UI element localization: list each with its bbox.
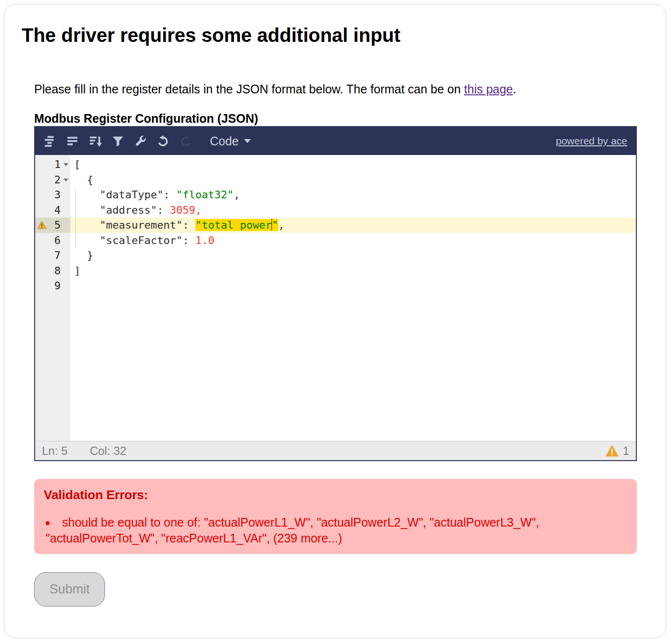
editor-statusbar: Ln: 5 Col: 32 1: [35, 441, 636, 460]
format-icon: [44, 135, 56, 147]
sort-button[interactable]: [89, 135, 102, 147]
code-editor-area[interactable]: 1[2 {3 "dataType": "float32",4 "address"…: [35, 155, 636, 441]
code-token: 1.0: [195, 234, 215, 246]
gutter-cell[interactable]: 9: [35, 278, 70, 294]
undo-icon: [157, 135, 169, 147]
code-line-text[interactable]: "measurement": "total power",: [70, 218, 636, 233]
validation-error-list: should be equal to one of: "actualPowerL…: [44, 515, 627, 546]
intro-text: Please fill in the register details in t…: [34, 82, 637, 97]
editor-line-5[interactable]: 5 "measurement": "total power",: [35, 218, 636, 233]
code-token: ": [272, 219, 278, 231]
status-col: Col: 32: [90, 444, 126, 458]
intro-text-after: .: [513, 82, 516, 96]
code-line-text[interactable]: [70, 278, 636, 294]
code-token: :: [163, 189, 176, 201]
transform-button[interactable]: [112, 135, 124, 147]
line-number: 6: [35, 233, 70, 248]
gutter-cell[interactable]: 6: [35, 233, 70, 248]
code-token: [74, 219, 100, 231]
transform-filter-icon: [112, 135, 124, 147]
gutter-cell[interactable]: 4: [35, 203, 70, 218]
editor-line-8[interactable]: 8]: [35, 263, 636, 279]
code-token: ]: [74, 265, 80, 277]
editor-line-9[interactable]: 9: [35, 278, 636, 294]
sort-icon: [89, 135, 102, 147]
gutter-cell[interactable]: 8: [35, 263, 70, 279]
editor-line-2[interactable]: 2 {: [35, 172, 636, 188]
line-number: 3: [35, 187, 70, 203]
content-area: Please fill in the register details in t…: [34, 82, 637, 606]
line-number: 9: [35, 278, 70, 294]
page-title: The driver requires some additional inpu…: [22, 24, 666, 47]
code-token: ,: [233, 189, 240, 201]
code-token: "address": [100, 204, 157, 216]
json-editor: Code powered by ace 1[2 {3 "dataType": "…: [34, 126, 637, 461]
code-line-text[interactable]: "address": 3059,: [70, 203, 636, 218]
code-token: :: [182, 234, 195, 246]
code-token: [74, 204, 100, 216]
editor-label: Modbus Register Configuration (JSON): [34, 112, 637, 125]
gutter-cell[interactable]: 7: [35, 248, 70, 263]
line-number: 4: [35, 203, 70, 218]
gutter-cell[interactable]: 1: [35, 157, 70, 172]
format-docs-link[interactable]: this page: [464, 82, 513, 96]
code-token: "float32": [176, 189, 233, 201]
code-token: "total power: [195, 219, 272, 231]
editor-line-3[interactable]: 3 "dataType": "float32",: [35, 187, 636, 203]
code-token: ,: [278, 219, 284, 231]
compact-icon: [66, 135, 79, 147]
warning-icon: [606, 445, 619, 457]
editor-line-1[interactable]: 1[: [35, 157, 636, 172]
intro-text-before: Please fill in the register details in t…: [34, 82, 464, 96]
code-token: "scaleFactor": [100, 234, 182, 246]
format-button[interactable]: [44, 135, 56, 147]
redo-button[interactable]: [180, 135, 192, 147]
status-line: Ln: 5: [42, 444, 67, 458]
code-line-text[interactable]: "dataType": "float32",: [70, 187, 636, 203]
validation-errors-box: Validation Errors: should be equal to on…: [34, 479, 637, 554]
code-token: "dataType": [100, 189, 163, 201]
compact-button[interactable]: [66, 135, 79, 147]
mode-label: Code: [210, 134, 239, 148]
code-line-text[interactable]: [: [70, 157, 636, 172]
code-token: [74, 234, 100, 246]
line-number: 8: [35, 263, 70, 279]
warning-count: 1: [623, 444, 629, 458]
code-token: :: [182, 219, 195, 231]
code-token: :: [157, 204, 170, 216]
fold-arrow-icon[interactable]: [64, 179, 68, 181]
chevron-down-icon: [244, 139, 251, 143]
gutter-warning-icon: [37, 220, 47, 230]
code-line-text[interactable]: }: [70, 248, 636, 263]
gutter-cell[interactable]: 3: [35, 187, 70, 203]
code-token: }: [74, 249, 93, 261]
code-line-text[interactable]: "scaleFactor": 1.0: [70, 233, 636, 248]
fold-arrow-icon[interactable]: [64, 163, 68, 166]
editor-lines: 1[2 {3 "dataType": "float32",4 "address"…: [35, 155, 636, 294]
editor-line-4[interactable]: 4 "address": 3059,: [35, 203, 636, 218]
undo-button[interactable]: [157, 135, 169, 147]
repair-wrench-icon: [134, 135, 147, 147]
editor-line-6[interactable]: 6 "scaleFactor": 1.0: [35, 233, 636, 248]
submit-button[interactable]: Submit: [34, 572, 105, 606]
mode-select-button[interactable]: Code: [210, 134, 251, 148]
code-token: "measurement": [100, 219, 182, 231]
dialog-card: The driver requires some additional inpu…: [4, 4, 666, 638]
validation-title: Validation Errors:: [44, 488, 627, 502]
code-token: 3059,: [170, 204, 202, 216]
code-line-text[interactable]: {: [70, 172, 636, 188]
repair-button[interactable]: [134, 135, 147, 147]
code-token: {: [74, 174, 93, 186]
status-warnings[interactable]: 1: [606, 444, 629, 458]
validation-error-item: should be equal to one of: "actualPowerL…: [46, 515, 627, 546]
redo-icon: [180, 135, 192, 147]
code-token: [74, 189, 100, 201]
gutter-cell[interactable]: 2: [35, 172, 70, 188]
code-line-text[interactable]: ]: [70, 263, 636, 279]
editor-toolbar: Code powered by ace: [35, 127, 636, 155]
powered-by-ace-link[interactable]: powered by ace: [556, 135, 627, 147]
editor-line-7[interactable]: 7 }: [35, 248, 636, 263]
code-token: [: [74, 158, 80, 170]
line-number: 7: [35, 248, 70, 263]
gutter-cell[interactable]: 5: [35, 218, 70, 233]
